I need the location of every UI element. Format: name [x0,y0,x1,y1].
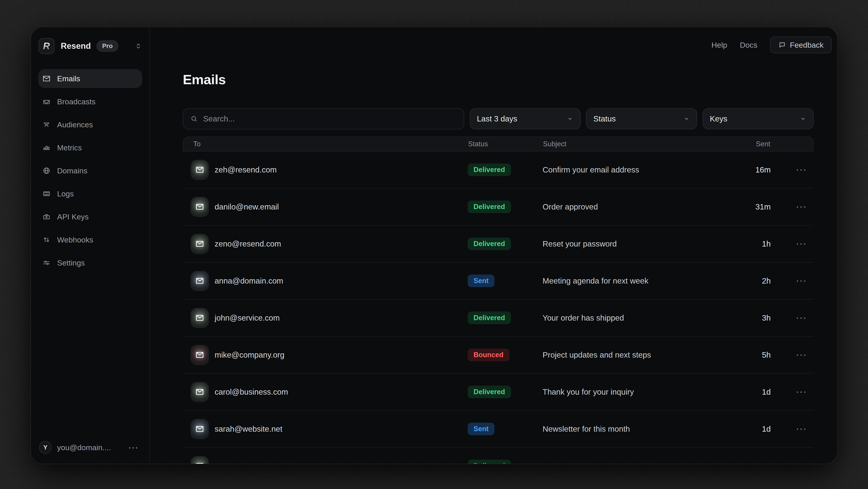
row-menu-ellipsis-icon[interactable]: ⋯ [771,312,814,323]
status-dropdown[interactable]: Status [586,108,697,129]
status-badge: Delivered [468,460,511,464]
sent-time: 31m [745,202,771,211]
table-row[interactable]: zeno@resend.com Delivered Reset your pas… [183,225,814,263]
email-table-body: zeh@resend.com Delivered Confirm your em… [183,152,814,464]
recipient-email: mike@company.org [215,350,468,359]
sent-time: 2h [745,276,771,285]
envelope-icon [191,271,209,291]
status-badge: Delivered [468,238,511,250]
sidebar-item-label: Metrics [57,143,82,152]
email-row-icon-cell [191,271,215,291]
account-menu-ellipsis-icon[interactable]: ⋯ [128,442,139,453]
table-row[interactable]: danilo@new.email Delivered Order approve… [183,188,814,225]
page-title: Emails [183,27,814,87]
envelope-icon [191,308,209,328]
row-menu-ellipsis-icon[interactable]: ⋯ [771,202,814,212]
table-row[interactable]: john@service.com Delivered Your order ha… [183,300,814,337]
sidebar-item-settings[interactable]: Settings [38,253,142,272]
sidebar-item-label: Webhooks [57,236,93,244]
keys-dropdown[interactable]: Keys [703,108,814,129]
row-menu-ellipsis-icon[interactable]: ⋯ [771,275,814,286]
email-row-icon-cell [191,160,215,180]
sidebar-item-broadcasts[interactable]: Broadcasts [38,92,142,111]
search-input[interactable] [203,114,457,123]
table-row[interactable]: sarah@website.net Sent Newsletter for th… [183,411,814,448]
envelope-icon [191,382,209,402]
status-badge: Sent [468,423,495,435]
table-row[interactable]: Delivered [183,448,814,464]
status-cell: Delivered [468,201,542,213]
emails-table: To Status Subject Sent zeh@resend.com De… [183,136,814,464]
status-cell: Delivered [468,311,542,324]
email-subject: Confirm your email address [542,165,745,174]
envelope-icon [191,345,209,365]
status-value: Status [593,114,616,123]
date-range-value: Last 3 days [477,114,517,123]
feedback-button[interactable]: Feedback [770,37,832,53]
row-menu-ellipsis-icon[interactable]: ⋯ [771,238,814,249]
account-email: you@domain.... [57,443,111,452]
help-link[interactable]: Help [711,41,727,50]
sidebar-item-label: API Keys [57,212,89,221]
email-row-icon-cell [191,345,215,365]
docs-link[interactable]: Docs [740,41,757,50]
email-subject: Order approved [542,202,745,211]
sidebar-item-api-keys[interactable]: API Keys [38,207,142,226]
account-row[interactable]: Y you@domain.... ⋯ [38,441,142,454]
sidebar-item-metrics[interactable]: Metrics [38,138,142,157]
recipient-email: zeh@resend.com [215,165,468,174]
email-subject: Newsletter for this month [542,424,745,433]
status-cell: Delivered [468,163,542,176]
status-badge: Delivered [468,311,511,324]
email-subject: Meeting agenda for next week [542,276,745,285]
row-menu-ellipsis-icon[interactable]: ⋯ [771,387,814,397]
sidebar-item-domains[interactable]: Domains [38,161,142,180]
people-icon [42,120,51,129]
sent-time: 1h [745,239,771,248]
sidebar-item-audiences[interactable]: Audiences [38,115,142,134]
plan-badge: Pro [96,40,119,52]
column-header-status: Status [468,140,543,148]
recipient-email: john@service.com [215,313,468,323]
resend-logo-letter: R [43,41,50,52]
table-row[interactable]: anna@domain.com Sent Meeting agenda for … [183,263,814,300]
sent-time: 1d [745,388,771,396]
row-menu-ellipsis-icon[interactable]: ⋯ [771,164,814,175]
sidebar-item-label: Settings [57,258,85,267]
email-row-icon-cell [191,419,215,439]
topbar: Help Docs Feedback [711,37,832,53]
chevron-up-down-icon[interactable] [134,42,142,50]
sidebar-item-label: Broadcasts [57,97,95,106]
email-row-icon-cell [191,197,215,216]
table-header: To Status Subject Sent [183,136,814,152]
chevron-down-icon [683,115,690,122]
date-range-dropdown[interactable]: Last 3 days [470,108,581,129]
sidebar-nav: Emails Broadcasts Audiences Metrics Doma… [38,69,142,276]
table-row[interactable]: carol@business.com Delivered Thank you f… [183,374,814,411]
filters-row: Last 3 days Status Keys [183,108,814,129]
workspace-switcher[interactable]: R Resend Pro [38,38,142,54]
desktop-background: R Resend Pro Emails Broadcasts [0,0,868,489]
sidebar-item-emails[interactable]: Emails [38,69,142,88]
email-row-icon-cell [191,308,215,328]
app-window: R Resend Pro Emails Broadcasts [30,27,838,464]
bar-chart-icon [42,143,51,152]
email-subject: Project updates and next steps [542,350,745,359]
envelope-icon [191,197,209,216]
search-box [183,108,464,129]
chevron-down-icon [567,115,574,122]
inbox-icon [42,97,51,106]
email-row-icon-cell [191,382,215,402]
sidebar-item-label: Logs [57,189,74,198]
sidebar-item-webhooks[interactable]: Webhooks [38,230,142,249]
row-menu-ellipsis-icon[interactable]: ⋯ [771,349,814,360]
status-cell: Sent [468,275,542,287]
row-menu-ellipsis-icon[interactable]: ⋯ [771,424,814,434]
table-row[interactable]: zeh@resend.com Delivered Confirm your em… [183,152,814,188]
envelope-icon [191,456,209,464]
resend-logo: R [39,38,54,54]
main-content: Help Docs Feedback Emails Last 3 days [150,27,837,464]
table-row[interactable]: mike@company.org Bounced Project updates… [183,337,814,374]
sidebar-item-label: Emails [57,74,80,83]
sidebar-item-logs[interactable]: Logs [38,184,142,203]
